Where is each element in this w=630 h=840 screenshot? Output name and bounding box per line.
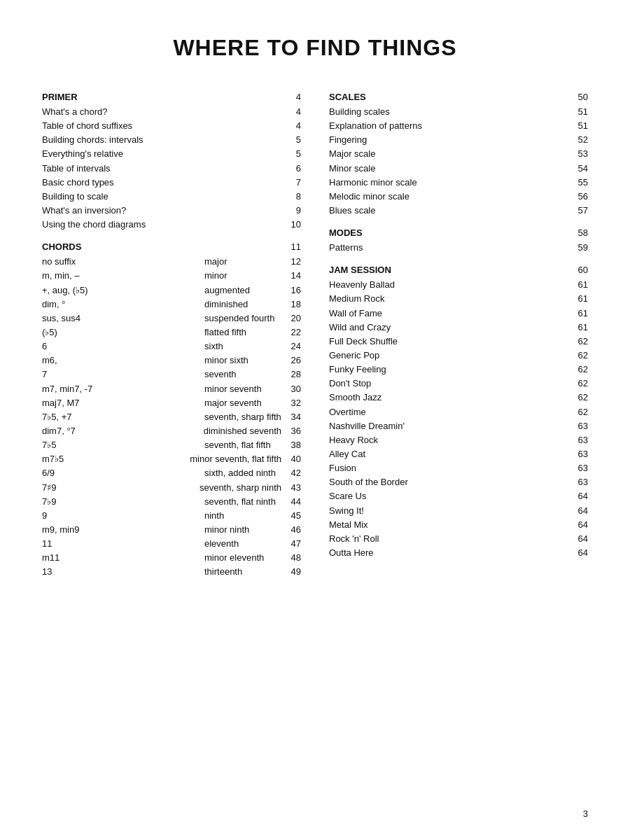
entry-name: 7♭9 — [42, 495, 200, 509]
entry-page: 38 — [281, 438, 301, 452]
entry-name: Smooth Jazz — [329, 391, 568, 405]
entry-name: maj7, M7 — [42, 396, 200, 410]
toc-entry: What's a chord?4 — [42, 105, 301, 119]
section-header-row: SCALES50 — [329, 92, 588, 102]
entry-page: 46 — [281, 523, 301, 537]
entry-sub: minor eleventh — [204, 551, 281, 565]
entry-page: 55 — [568, 176, 588, 190]
entry-sub: diminished — [204, 298, 281, 312]
entry-page: 45 — [281, 509, 301, 523]
entry-page: 63 — [568, 433, 588, 447]
entry-page: 40 — [281, 452, 301, 466]
entry-name: Blues scale — [329, 204, 568, 218]
entry-sub: minor sixth — [204, 354, 281, 368]
entry-name: What's a chord? — [42, 105, 281, 119]
toc-entry: Don't Stop62 — [329, 377, 588, 391]
toc-entry: Overtime62 — [329, 405, 588, 419]
toc-entry: Alley Cat63 — [329, 447, 588, 461]
entry-name: Explanation of patterns — [329, 119, 568, 133]
entry-page: 4 — [281, 105, 301, 119]
section-header-row: JAM SESSION60 — [329, 265, 588, 275]
section-header-row: PRIMER4 — [42, 92, 301, 102]
toc-entry: (♭5)flatted fifth22 — [42, 326, 301, 340]
entry-name: 11 — [42, 537, 200, 551]
entry-name: Wall of Fame — [329, 307, 568, 321]
entry-page: 61 — [568, 292, 588, 306]
entry-name: Heavenly Ballad — [329, 278, 568, 292]
entry-name: Alley Cat — [329, 447, 568, 461]
entry-page: 6 — [281, 162, 301, 176]
entry-sub: major seventh — [204, 396, 281, 410]
entry-sub: major — [204, 255, 281, 269]
entry-sub: minor seventh — [204, 382, 281, 396]
entry-page: 62 — [568, 377, 588, 391]
entry-page: 8 — [281, 190, 301, 204]
section-header-page: 60 — [568, 265, 588, 275]
entry-name: Swing It! — [329, 504, 568, 518]
entry-name: Table of chord suffixes — [42, 119, 281, 133]
entry-name: Basic chord types — [42, 176, 281, 190]
entry-name: Major scale — [329, 147, 568, 161]
toc-entry: Wall of Fame61 — [329, 307, 588, 321]
toc-entry: Using the chord diagrams10 — [42, 218, 301, 232]
toc-container: PRIMER4What's a chord?4Table of chord su… — [42, 82, 588, 580]
entry-page: 59 — [568, 241, 588, 255]
section-header: MODES — [329, 227, 363, 238]
section-header-page: 50 — [568, 92, 588, 102]
entry-page: 49 — [281, 565, 301, 579]
entry-name: Full Deck Shuffle — [329, 335, 568, 349]
entry-page: 64 — [568, 489, 588, 503]
entry-sub: seventh, flat fifth — [204, 438, 281, 452]
entry-name: m6, — [42, 354, 200, 368]
toc-entry: Heavenly Ballad61 — [329, 278, 588, 292]
entry-name: Funky Feeling — [329, 363, 568, 377]
entry-page: 24 — [281, 340, 301, 354]
toc-entry: dim, °diminished18 — [42, 298, 301, 312]
entry-name: Medium Rock — [329, 292, 568, 306]
entry-page: 10 — [281, 218, 301, 232]
entry-page: 62 — [568, 363, 588, 377]
toc-entry: dim7, °7diminished seventh36 — [42, 424, 301, 438]
entry-page: 52 — [568, 133, 588, 147]
toc-entry: South of the Border63 — [329, 475, 588, 489]
entry-name: Heavy Rock — [329, 433, 568, 447]
entry-name: dim7, °7 — [42, 424, 200, 438]
entry-name: Table of intervals — [42, 162, 281, 176]
entry-sub: eleventh — [204, 537, 281, 551]
entry-page: 64 — [568, 504, 588, 518]
entry-page: 28 — [281, 368, 301, 382]
toc-entry: no suffixmajor12 — [42, 255, 301, 269]
entry-name: Minor scale — [329, 162, 568, 176]
entry-name: 7 — [42, 368, 200, 382]
entry-page: 62 — [568, 391, 588, 405]
entry-page: 5 — [281, 147, 301, 161]
entry-page: 42 — [281, 466, 301, 480]
entry-name: m11 — [42, 551, 200, 565]
entry-name: Melodic minor scale — [329, 190, 568, 204]
entry-name: Fusion — [329, 461, 568, 475]
section-header-page: 58 — [568, 227, 588, 238]
entry-sub: sixth — [204, 340, 281, 354]
toc-entry: m, min, –minor14 — [42, 269, 301, 283]
entry-page: 61 — [568, 278, 588, 292]
toc-entry: 7♭5seventh, flat fifth38 — [42, 438, 301, 452]
section-header: JAM SESSION — [329, 265, 391, 275]
entry-sub: minor ninth — [204, 523, 281, 537]
toc-entry: 9ninth45 — [42, 509, 301, 523]
entry-page: 62 — [568, 349, 588, 363]
entry-page: 14 — [281, 269, 301, 283]
toc-entry: Minor scale54 — [329, 162, 588, 176]
entry-name: no suffix — [42, 255, 200, 269]
toc-entry: Melodic minor scale56 — [329, 190, 588, 204]
entry-page: 48 — [281, 551, 301, 565]
section-header-row: MODES58 — [329, 227, 588, 238]
toc-entry: Patterns59 — [329, 241, 588, 255]
toc-entry: Blues scale57 — [329, 204, 588, 218]
entry-page: 12 — [281, 255, 301, 269]
entry-name: Scare Us — [329, 489, 568, 503]
toc-entry: 6sixth24 — [42, 340, 301, 354]
toc-entry: Everything's relative5 — [42, 147, 301, 161]
toc-entry: Building to scale8 — [42, 190, 301, 204]
entry-sub: suspended fourth — [204, 312, 281, 326]
entry-name: South of the Border — [329, 475, 568, 489]
